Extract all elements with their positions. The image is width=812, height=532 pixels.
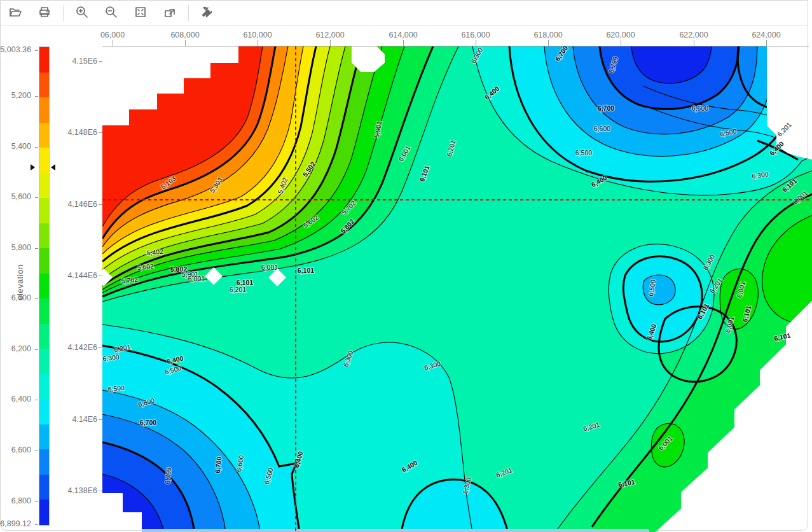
y-axis-tick-label: 4.144E6	[67, 271, 97, 280]
x-axis-tick-label: 620,000	[606, 31, 635, 39]
contour-value-label: 6,700	[140, 419, 156, 426]
x-axis-tick	[694, 40, 694, 46]
contour-value-label: 6,201	[230, 286, 246, 293]
colorbar-handle-right-icon[interactable]	[51, 164, 55, 171]
colorbar-band	[39, 198, 49, 223]
colorbar-tick	[35, 349, 38, 350]
colorbar-tick	[35, 147, 38, 148]
contour-value-label: 6,201	[776, 121, 793, 138]
colorbar-tick-label: 5,400	[11, 142, 31, 151]
colorbar-band	[39, 148, 49, 173]
colorbar-band	[39, 73, 49, 98]
colorbar-tick-label: 5,003.36	[0, 45, 31, 54]
wrench-icon	[200, 5, 214, 22]
colorbar-band	[39, 500, 49, 525]
x-axis-tick-label: 608,000	[170, 31, 199, 39]
colorbar-band	[39, 223, 49, 249]
colorbar-band	[39, 298, 49, 324]
x-axis-tick	[621, 40, 621, 46]
settings-button[interactable]	[193, 3, 222, 24]
colorbar-tick-label: 5,200	[11, 91, 31, 100]
x-axis-tick	[330, 40, 331, 46]
toolbar	[1, 1, 808, 26]
elevation-colorbar	[39, 46, 50, 526]
toolbar-separator	[63, 5, 64, 22]
export-view-button[interactable]	[155, 3, 184, 24]
colorbar-band	[39, 173, 49, 199]
x-axis-tick-label: 624,000	[752, 31, 780, 39]
colorbar-tick	[35, 248, 38, 249]
zoom-in-button[interactable]	[67, 3, 97, 24]
colorbar-band	[39, 123, 49, 148]
app-panel: 5,003.365,2005,4005,6005,8006,0006,2006,…	[0, 0, 808, 531]
x-axis-tick	[113, 40, 113, 46]
colorbar-tick	[35, 96, 38, 97]
x-axis-tick	[258, 40, 258, 46]
zoom-out-button[interactable]	[97, 3, 126, 24]
contour-value-label: 6,600	[692, 104, 708, 112]
colorbar-tick-label: 5,600	[11, 192, 31, 201]
x-axis-tick-label: 622,000	[679, 31, 708, 39]
x-axis-tick-label: 612,000	[315, 31, 344, 39]
colorbar-tick-label: 6,200	[11, 344, 31, 353]
colorbar-tick	[35, 298, 38, 299]
colorbar-handle-left-icon[interactable]	[31, 164, 35, 171]
colorbar-band	[39, 47, 49, 73]
contour-value-label: 5,602	[137, 262, 154, 271]
colorbar-tick	[35, 50, 38, 51]
colorbar-band	[39, 274, 49, 299]
zoom-out-icon	[104, 5, 118, 22]
zoom-extents-button[interactable]	[126, 3, 155, 24]
y-axis-tick-label: 4.138E6	[67, 486, 97, 495]
contour-value-label: 5,702	[121, 276, 138, 284]
colorbar-tick	[35, 451, 38, 451]
colorbar-tick	[35, 501, 38, 502]
print-button[interactable]	[30, 3, 59, 24]
contour-value-label: 6,799	[163, 467, 172, 484]
y-axis-tick-label: 4.146E6	[67, 200, 97, 209]
colorbar-tick	[35, 524, 38, 525]
colorbar-band	[39, 349, 49, 374]
contour-map[interactable]: 5,1035,3035,4025,4025,5025,6025,6025,702…	[102, 46, 812, 532]
x-axis-tick-label: 06,000	[100, 31, 125, 39]
colorbar-band	[39, 424, 49, 450]
x-axis-tick	[548, 40, 549, 46]
export-view-icon	[163, 5, 177, 22]
contour-value-label: 6,001	[261, 263, 278, 271]
colorbar-band	[39, 449, 49, 475]
x-axis-tick	[185, 40, 186, 46]
contour-value-label: 5,402	[146, 248, 163, 256]
colorbar-tick-label: 6,400	[11, 395, 31, 403]
x-axis-tick-label: 618,000	[533, 31, 562, 39]
colorbar-tick-label: 5,800	[11, 243, 31, 252]
contour-fills	[102, 46, 812, 532]
x-axis-tick-label: 610,000	[243, 31, 272, 39]
colorbar-band	[39, 475, 49, 500]
colorbar-band	[39, 324, 49, 349]
colorbar-tick	[35, 197, 38, 198]
colorbar-band	[39, 399, 49, 424]
contour-value-label: 6,700	[598, 104, 614, 112]
colorbar-band	[39, 374, 49, 400]
folder-open-icon	[8, 5, 22, 22]
x-axis-tick	[403, 40, 404, 46]
x-axis-tick	[766, 40, 767, 46]
contour-value-label: 6,500	[575, 149, 592, 157]
colorbar-band	[39, 97, 49, 123]
y-axis-tick-label: 4.15E6	[67, 57, 97, 66]
contour-value-label: 6,001	[188, 275, 205, 283]
colorbar-tick-label: 6,899.12	[0, 519, 31, 528]
contour-value-label: 6,700	[214, 456, 223, 473]
colorbar-tick-label: 6,600	[11, 445, 31, 454]
x-axis-tick-label: 616,000	[461, 31, 490, 39]
contour-value-label: 6,600	[594, 125, 610, 132]
open-button[interactable]	[1, 3, 30, 24]
x-axis-tick-label: 614,000	[389, 31, 417, 39]
y-axis-tick-label: 4.142E6	[67, 343, 97, 352]
colorbar-title: elevation	[15, 264, 25, 300]
printer-icon	[38, 5, 52, 22]
y-axis-tick-label: 4.14E6	[67, 415, 97, 424]
colorbar-tick-label: 6,800	[11, 496, 31, 505]
zoom-extents-icon	[134, 5, 148, 22]
zoom-in-icon	[75, 5, 89, 22]
